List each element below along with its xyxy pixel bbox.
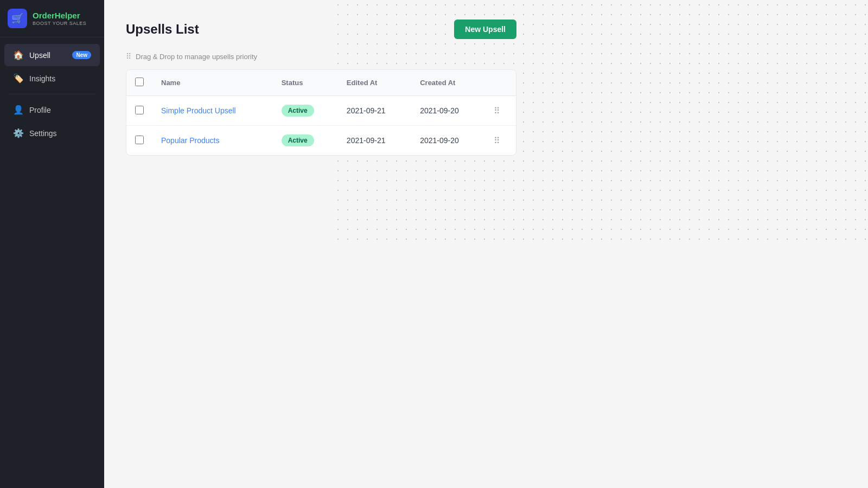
row2-drag-handle-icon[interactable]: ⠿ xyxy=(494,136,500,145)
row1-edited-at: 2021-09-21 xyxy=(338,96,411,126)
new-upsell-button[interactable]: New Upsell xyxy=(454,20,516,39)
table-row: Popular Products Active 2021-09-21 2021-… xyxy=(126,126,516,156)
row2-status-cell: Active xyxy=(273,126,338,156)
row1-name-cell: Simple Product Upsell xyxy=(152,96,273,126)
col-header-edited-at: Edited At xyxy=(338,70,411,96)
page-header: Upsells List New Upsell xyxy=(126,20,516,39)
drag-dots-icon: ⠿ xyxy=(126,52,131,61)
row2-name-cell: Popular Products xyxy=(152,126,273,156)
row1-status-cell: Active xyxy=(273,96,338,126)
row2-drag-handle-cell: ⠿ xyxy=(485,126,516,156)
sidebar-item-settings-label: Settings xyxy=(29,129,57,138)
row2-checkbox[interactable] xyxy=(135,136,144,144)
sidebar-item-settings[interactable]: ⚙️ Settings xyxy=(4,122,100,144)
profile-icon: 👤 xyxy=(13,105,24,115)
home-icon: 🏠 xyxy=(13,50,24,60)
upsells-table-container: Name Status Edited At Created At xyxy=(126,69,516,156)
drag-hint-text: Drag & Drop to manage upsells priority xyxy=(136,53,257,61)
settings-icon: ⚙️ xyxy=(13,128,24,138)
logo-subtitle: BOOST YOUR SALES xyxy=(33,21,86,26)
row1-checkbox-cell xyxy=(126,96,152,126)
select-all-checkbox[interactable] xyxy=(135,78,144,86)
row2-name-link[interactable]: Popular Products xyxy=(161,136,219,145)
drag-hint-bar: ⠿ Drag & Drop to manage upsells priority xyxy=(126,52,516,61)
insights-icon: 🏷️ xyxy=(13,73,24,84)
upsells-table: Name Status Edited At Created At xyxy=(126,70,516,155)
table-row: Simple Product Upsell Active 2021-09-21 … xyxy=(126,96,516,126)
sidebar-divider xyxy=(9,94,95,94)
table-body: Simple Product Upsell Active 2021-09-21 … xyxy=(126,96,516,156)
sidebar-item-insights[interactable]: 🏷️ Insights xyxy=(4,67,100,89)
sidebar-item-upsell-label: Upsell xyxy=(29,51,50,60)
page-title: Upsells List xyxy=(126,22,199,37)
row1-created-at: 2021-09-20 xyxy=(411,96,484,126)
col-header-actions xyxy=(485,70,516,96)
header-checkbox-cell xyxy=(126,70,152,96)
row2-status-badge: Active xyxy=(282,134,314,146)
main-content: Upsells List New Upsell ⠿ Drag & Drop to… xyxy=(104,0,868,488)
sidebar: 🛒 OrderHelper BOOST YOUR SALES 🏠 Upsell … xyxy=(0,0,104,488)
row2-checkbox-cell xyxy=(126,126,152,156)
row1-name-link[interactable]: Simple Product Upsell xyxy=(161,106,236,115)
row2-created-at: 2021-09-20 xyxy=(411,126,484,156)
row1-status-badge: Active xyxy=(282,105,314,117)
table-header: Name Status Edited At Created At xyxy=(126,70,516,96)
logo-title: OrderHelper xyxy=(33,11,86,21)
sidebar-navigation: 🏠 Upsell New 🏷️ Insights 👤 Profile ⚙️ Se… xyxy=(0,37,104,488)
new-badge: New xyxy=(72,51,91,59)
row2-edited-at: 2021-09-21 xyxy=(338,126,411,156)
logo-area: 🛒 OrderHelper BOOST YOUR SALES xyxy=(0,0,104,37)
row1-drag-handle-icon[interactable]: ⠿ xyxy=(494,106,500,115)
col-header-created-at: Created At xyxy=(411,70,484,96)
content-area: Upsells List New Upsell ⠿ Drag & Drop to… xyxy=(104,0,538,175)
row1-drag-handle-cell: ⠿ xyxy=(485,96,516,126)
col-header-name: Name xyxy=(152,70,273,96)
col-header-status: Status xyxy=(273,70,338,96)
sidebar-item-profile[interactable]: 👤 Profile xyxy=(4,99,100,121)
sidebar-item-insights-label: Insights xyxy=(29,74,55,83)
row1-checkbox[interactable] xyxy=(135,106,144,114)
sidebar-item-profile-label: Profile xyxy=(29,106,51,114)
sidebar-item-upsell[interactable]: 🏠 Upsell New xyxy=(4,44,100,66)
logo-icon: 🛒 xyxy=(8,9,27,28)
